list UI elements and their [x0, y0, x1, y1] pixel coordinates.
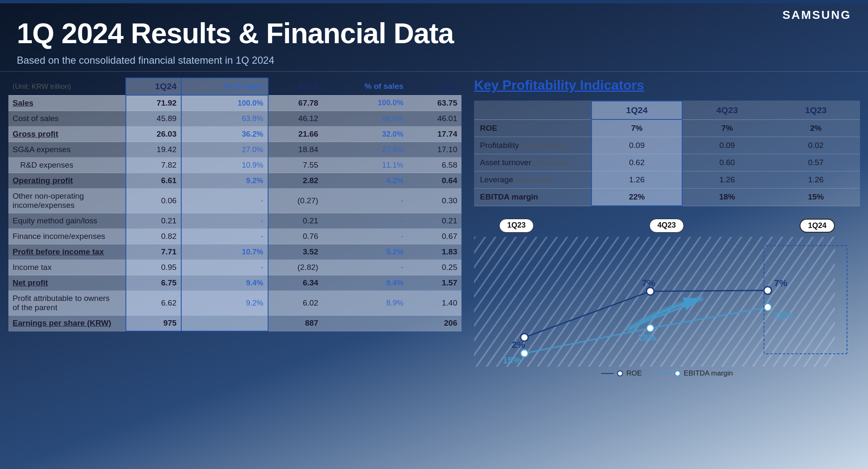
kpi-col-1q23: 1Q23 — [772, 101, 860, 119]
row-val-0: 6.61 — [126, 173, 181, 189]
roe-legend-line — [601, 373, 614, 374]
kpi-val-0: 0.62 — [592, 154, 682, 171]
row-val-0: 71.92 — [126, 95, 181, 111]
roe-legend-label: ROE — [626, 369, 642, 378]
row-val-2: 46.12 — [268, 111, 323, 127]
row-val-0: 0.82 — [126, 229, 181, 244]
ebitda-legend-dot — [675, 371, 680, 376]
kpi-col-1q24: 1Q24 — [592, 101, 682, 119]
chart-dashed-highlight — [764, 245, 847, 354]
kpi-title: Key Profitability Indicators — [474, 78, 860, 93]
svg-text:18%: 18% — [638, 332, 656, 343]
row-val-0: 6.75 — [126, 275, 181, 291]
legend-roe: ROE — [601, 369, 642, 378]
row-label: SG&A expenses — [8, 142, 126, 158]
kpi-panel: Key Profitability Indicators 1Q24 4Q23 1… — [474, 78, 860, 374]
kpi-row-label: Asset turnover (sales/asset) — [474, 154, 592, 171]
kpi-row-label: Leverage (asset/equity) — [474, 171, 592, 189]
row-val-4: 0.30 — [408, 189, 461, 213]
row-label: Equity method gain/loss — [8, 213, 126, 229]
row-val-3: - — [323, 189, 408, 213]
kpi-val-1: 18% — [682, 189, 772, 206]
row-val-0: 45.89 — [126, 111, 181, 127]
table-row: Net profit6.759.4%6.349.4%1.57 — [8, 275, 461, 291]
row-val-0: 0.21 — [126, 213, 181, 229]
col-header-1q23: 1Q23 — [408, 78, 461, 95]
financial-table: (Unit: KRW trillion) 1Q24 % of sales 4Q2… — [8, 78, 461, 332]
row-val-1: - — [181, 213, 268, 229]
financial-table-panel: (Unit: KRW trillion) 1Q24 % of sales 4Q2… — [8, 78, 461, 332]
kpi-col-4q23: 4Q23 — [682, 101, 772, 119]
row-val-1: - — [181, 189, 268, 213]
ebitda-legend-line — [659, 373, 671, 374]
col-header-4q23: 4Q23 — [268, 78, 323, 95]
kpi-table-row: EBITDA margin22%18%15% — [474, 189, 860, 206]
row-val-4: 1.83 — [408, 244, 461, 260]
row-val-1: 10.7% — [181, 244, 268, 260]
table-row: SG&A expenses19.4227.0%18.8427.8%17.10 — [8, 142, 461, 158]
row-val-3: 5.2% — [323, 244, 408, 260]
row-val-1: 9.2% — [181, 291, 268, 316]
row-val-4: 1.57 — [408, 275, 461, 291]
row-val-4: 1.40 — [408, 291, 461, 316]
col-header-pct2: % of sales — [323, 78, 408, 95]
table-row: Income tax0.95-(2.82)-0.25 — [8, 260, 461, 275]
row-label: R&D expenses — [8, 158, 126, 173]
table-row: Cost of sales45.8963.8%46.1268.0%46.01 — [8, 111, 461, 127]
row-val-2: (0.27) — [268, 189, 323, 213]
row-val-0: 975 — [126, 316, 181, 332]
table-row: Profit before income tax7.7110.7%3.525.2… — [8, 244, 461, 260]
row-val-0: 7.82 — [126, 158, 181, 173]
row-val-2: 18.84 — [268, 142, 323, 158]
table-row: Equity method gain/loss0.21-0.21-0.21 — [8, 213, 461, 229]
kpi-row-label: Profitability (net profit/sales) — [474, 137, 592, 154]
table-row: Finance income/expenses0.82-0.76-0.67 — [8, 229, 461, 244]
row-val-0: 6.62 — [126, 291, 181, 316]
row-label: Operating profit — [8, 173, 126, 189]
row-val-0: 7.71 — [126, 244, 181, 260]
row-label: Cost of sales — [8, 111, 126, 127]
row-val-3: 8.9% — [323, 291, 408, 316]
row-val-3: 9.4% — [323, 275, 408, 291]
row-val-4: 0.67 — [408, 229, 461, 244]
row-label: Profit before income tax — [8, 244, 126, 260]
row-val-3: 32.0% — [323, 127, 408, 142]
row-val-3: - — [323, 260, 408, 275]
col-header-pct1: % of sales — [181, 78, 268, 95]
kpi-val-1: 1.26 — [682, 171, 772, 189]
row-val-4: 6.58 — [408, 158, 461, 173]
chart-label-4q23: 4Q23 — [649, 219, 684, 233]
row-label: Earnings per share (KRW) — [8, 316, 126, 332]
kpi-row-label: EBITDA margin — [474, 189, 592, 206]
row-label: Finance income/expenses — [8, 229, 126, 244]
row-val-1: 9.2% — [181, 173, 268, 189]
unit-header: (Unit: KRW trillion) — [8, 78, 126, 95]
row-val-2: 3.52 — [268, 244, 323, 260]
row-val-4: 17.74 — [408, 127, 461, 142]
row-val-2: 67.78 — [268, 95, 323, 111]
kpi-val-1: 0.60 — [682, 154, 772, 171]
row-val-0: 0.95 — [126, 260, 181, 275]
row-label: Profit attributable to owners of the par… — [8, 291, 126, 316]
kpi-table-row: Profitability (net profit/sales)0.090.09… — [474, 137, 860, 154]
kpi-table: 1Q24 4Q23 1Q23 ROE7%7%2%Profitability (n… — [474, 101, 860, 206]
row-val-3: 68.0% — [323, 111, 408, 127]
row-val-2: 0.21 — [268, 213, 323, 229]
svg-text:15%: 15% — [503, 355, 521, 365]
row-val-1: - — [181, 229, 268, 244]
kpi-val-0: 0.09 — [592, 137, 682, 154]
svg-text:7%: 7% — [642, 278, 655, 288]
chart-label-1q24: 1Q24 — [800, 219, 835, 233]
chart-legend: ROE EBITDA margin — [474, 369, 860, 378]
row-val-2: 6.34 — [268, 275, 323, 291]
table-row: R&D expenses7.8210.9%7.5511.1%6.58 — [8, 158, 461, 173]
kpi-table-row: Asset turnover (sales/asset)0.620.600.57 — [474, 154, 860, 171]
row-val-3: 100.0% — [323, 95, 408, 111]
row-val-1: 36.2% — [181, 127, 268, 142]
kpi-val-2: 0.57 — [772, 154, 860, 171]
row-label: Gross profit — [8, 127, 126, 142]
row-val-3: - — [323, 229, 408, 244]
legend-ebitda: EBITDA margin — [659, 369, 733, 378]
row-val-1: 27.0% — [181, 142, 268, 158]
table-row: Other non-operating income/expenses0.06-… — [8, 189, 461, 213]
